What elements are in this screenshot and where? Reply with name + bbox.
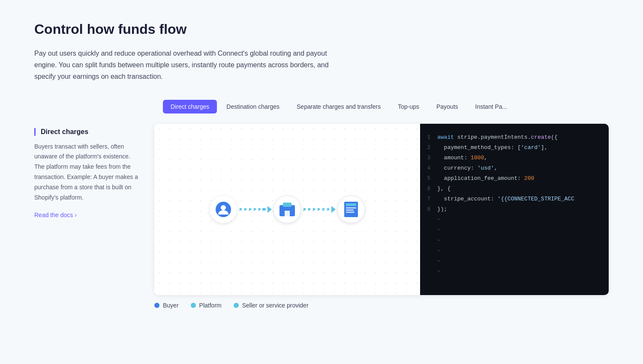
svg-rect-10 — [346, 209, 354, 211]
code-tilde-4: ~ — [420, 246, 609, 256]
diagram-panel — [154, 124, 420, 295]
flow-arrow-1 — [239, 206, 272, 213]
read-docs-arrow: › — [75, 212, 77, 218]
legend-dot-buyer — [154, 303, 159, 308]
tab-instant-payouts[interactable]: Instant Pa... — [468, 100, 515, 113]
read-docs-link[interactable]: Read the docs › — [34, 212, 77, 218]
content-area: Direct charges Buyers transact with sell… — [34, 124, 609, 310]
code-line-6: 6 }, { — [420, 184, 609, 194]
code-line-8: 8 }); — [420, 204, 609, 215]
legend-seller: Seller or service provider — [234, 302, 309, 309]
tabs-bar: Direct charges Destination charges Separ… — [34, 100, 609, 113]
svg-rect-9 — [346, 207, 356, 209]
svg-point-1 — [221, 205, 226, 210]
legend-dot-platform — [191, 303, 196, 308]
legend-buyer: Buyer — [154, 302, 179, 309]
left-panel: Direct charges Buyers transact with sell… — [34, 124, 154, 310]
buyer-icon — [210, 196, 237, 223]
arrow-dots-1 — [239, 206, 272, 213]
code-line-2: 2 payment_method_types: ['card'], — [420, 143, 609, 153]
tab-destination-charges[interactable]: Destination charges — [219, 100, 287, 113]
flow-arrow-2 — [303, 206, 336, 213]
legend-platform: Platform — [191, 302, 222, 309]
seller-node — [337, 196, 365, 223]
legend-buyer-label: Buyer — [163, 302, 179, 309]
legend-bar: Buyer Platform Seller or service provide… — [154, 295, 609, 310]
svg-rect-8 — [346, 203, 356, 206]
code-line-7: 7 stripe_account: '{{CONNECTED_STRIPE_AC… — [420, 194, 609, 204]
code-tilde-3: ~ — [420, 236, 609, 246]
code-tilde-1: ~ — [420, 215, 609, 225]
svg-rect-4 — [283, 203, 291, 207]
right-panel: 1 await stripe.paymentIntents.create({ 2… — [154, 124, 609, 310]
code-line-4: 4 currency: 'usd', — [420, 163, 609, 173]
code-tilde-5: ~ — [420, 256, 609, 266]
arrow-dots-2 — [303, 206, 336, 213]
page-description: Pay out users quickly and reduce operati… — [34, 48, 347, 83]
legend-platform-label: Platform — [199, 302, 222, 309]
section-title: Direct charges — [34, 128, 141, 136]
code-tilde-6: ~ — [420, 266, 609, 277]
code-line-3: 3 amount: 1000, — [420, 153, 609, 163]
code-panel: 1 await stripe.paymentIntents.create({ 2… — [420, 124, 609, 295]
svg-rect-11 — [346, 212, 355, 213]
code-line-1: 1 await stripe.paymentIntents.create({ — [420, 132, 609, 143]
page-container: Control how funds flow Pay out users qui… — [0, 0, 643, 328]
platform-node — [273, 196, 301, 223]
code-line-5: 5 application_fee_amount: 200 — [420, 173, 609, 184]
svg-rect-5 — [285, 211, 290, 216]
diagram-code-wrapper: 1 await stripe.paymentIntents.create({ 2… — [154, 124, 609, 295]
tab-topups[interactable]: Top-ups — [390, 100, 427, 113]
code-tilde-2: ~ — [420, 225, 609, 235]
legend-dot-seller — [234, 303, 239, 308]
read-docs-label: Read the docs — [34, 212, 73, 218]
platform-icon — [273, 196, 301, 223]
page-title: Control how funds flow — [34, 21, 609, 37]
legend-seller-label: Seller or service provider — [242, 302, 309, 309]
tab-payouts[interactable]: Payouts — [429, 100, 466, 113]
buyer-node — [210, 196, 237, 223]
section-description: Buyers transact with sellers, often unaw… — [34, 142, 141, 203]
tab-separate-charges[interactable]: Separate charges and transfers — [289, 100, 388, 113]
tab-direct-charges[interactable]: Direct charges — [163, 100, 217, 113]
seller-icon — [337, 196, 365, 223]
flow-diagram — [210, 196, 365, 223]
